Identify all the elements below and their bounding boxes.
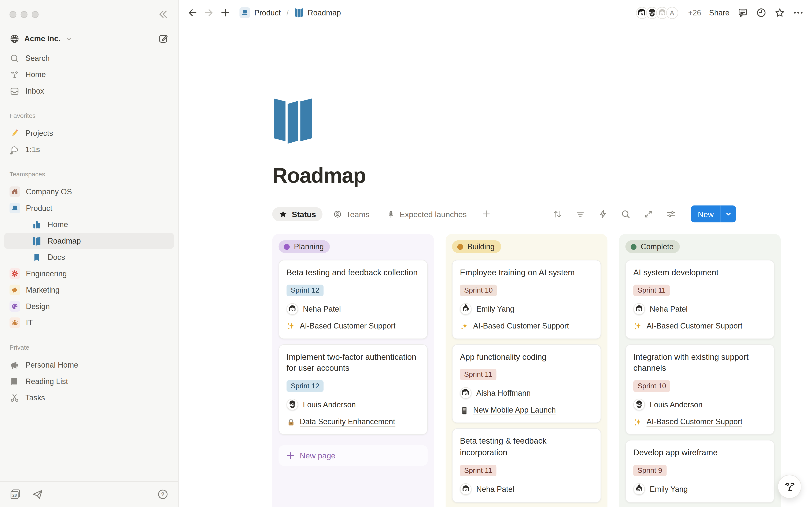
favorite-star-icon[interactable] — [774, 7, 785, 18]
sidebar-item-company-os[interactable]: Company OS — [4, 184, 174, 200]
column-name: Complete — [641, 242, 673, 251]
sidebar-item-inbox[interactable]: Inbox — [4, 83, 174, 99]
sidebar-item-engineering[interactable]: Engineering — [4, 266, 174, 282]
sidebar-item-search[interactable]: Search — [4, 50, 174, 66]
workspace-switcher[interactable]: Acme Inc. — [5, 31, 173, 47]
help-icon[interactable]: ? — [157, 489, 169, 500]
card[interactable]: Integration with existing support channe… — [625, 344, 774, 435]
breadcrumb-current[interactable]: Roadmap — [308, 8, 341, 17]
sprint-tag: Sprint 12 — [287, 380, 323, 392]
sidebar-item-design[interactable]: Design — [4, 298, 174, 314]
search-icon[interactable] — [621, 209, 631, 219]
filter-icon[interactable] — [575, 209, 585, 219]
sidebar-item-docs[interactable]: Docs — [4, 249, 174, 265]
map-icon — [295, 7, 304, 18]
automation-bolt-icon[interactable] — [598, 209, 608, 219]
sidebar-item-product[interactable]: Product — [4, 200, 174, 216]
window-zoom-button[interactable] — [32, 11, 39, 18]
svg-text:28: 28 — [12, 493, 17, 498]
window-close-button[interactable] — [9, 11, 16, 18]
back-icon[interactable] — [187, 7, 198, 18]
card-title: Implement two-factor authentication for … — [287, 351, 420, 374]
column-cards: AI system development Sprint 11 Neha Pat… — [625, 260, 774, 503]
home-face-icon — [9, 69, 20, 80]
comments-icon[interactable] — [738, 7, 748, 18]
related-page-link[interactable]: AI-Based Customer Support — [460, 322, 593, 331]
tab-label: Expected launches — [400, 209, 467, 218]
new-page-plus-icon[interactable] — [220, 7, 231, 18]
assignee-name: Neha Patel — [303, 304, 341, 313]
compose-icon[interactable] — [158, 34, 169, 44]
sprint-tag: Sprint 12 — [287, 285, 323, 296]
forward-icon[interactable] — [204, 7, 214, 18]
paper-plane-icon[interactable] — [32, 489, 43, 500]
sidebar-item-home[interactable]: Home — [4, 66, 174, 82]
column-complete: Complete AI system development Sprint 11… — [619, 234, 781, 507]
chart-bars-icon — [32, 220, 42, 230]
card[interactable]: Employee training on AI system Sprint 10… — [452, 260, 601, 339]
megaphone-icon — [9, 285, 20, 295]
card[interactable]: App functionality coding Sprint 11 Aisha… — [452, 344, 601, 423]
link-label: Data Security Enhancement — [300, 417, 395, 427]
sidebar-item-marketing[interactable]: Marketing — [4, 282, 174, 298]
sidebar-item-it[interactable]: IT — [4, 315, 174, 331]
related-page-link[interactable]: AI-Based Customer Support — [633, 417, 767, 427]
sparkles-icon — [460, 322, 469, 331]
card[interactable]: Beta testing & feedback incorporation Sp… — [452, 429, 601, 503]
column-status-pill[interactable]: Planning — [279, 240, 330, 253]
notion-ai-button[interactable] — [778, 475, 802, 499]
sidebar-item-product-home[interactable]: Home — [4, 217, 174, 232]
sidebar-collapse-icon[interactable] — [157, 8, 169, 20]
add-view-icon[interactable] — [481, 209, 491, 219]
sparkles-icon — [633, 322, 643, 331]
related-page-link[interactable]: AI-Based Customer Support — [633, 322, 767, 331]
expand-icon[interactable] — [643, 209, 653, 219]
sidebar-item-roadmap[interactable]: Roadmap — [4, 233, 174, 249]
card[interactable]: Develop app wireframe Sprint 9 Emily Yan… — [625, 440, 774, 503]
sidebar-item-projects[interactable]: Projects — [4, 125, 174, 141]
sidebar-item-personal-home[interactable]: Personal Home — [4, 357, 174, 373]
column-name: Planning — [294, 242, 324, 251]
sort-icon[interactable] — [552, 209, 562, 219]
chevron-down-icon[interactable] — [721, 206, 736, 222]
tab-status[interactable]: Status — [272, 207, 322, 221]
sidebar-item-1-1s[interactable]: 1:1s — [4, 142, 174, 157]
assignee-row: Aisha Hoffmann — [460, 387, 593, 399]
column-status-pill[interactable]: Complete — [625, 240, 680, 253]
history-clock-icon[interactable] — [756, 7, 767, 18]
card[interactable]: AI system development Sprint 11 Neha Pat… — [625, 260, 774, 339]
inbox-icon — [9, 86, 20, 96]
share-button[interactable]: Share — [709, 8, 729, 17]
sidebar-item-label: Tasks — [26, 393, 45, 403]
presence-avatars[interactable]: A — [635, 5, 679, 20]
avatar — [633, 483, 645, 495]
column-status-pill[interactable]: Building — [452, 240, 501, 253]
link-label: AI-Based Customer Support — [300, 322, 396, 331]
sidebar-item-tasks[interactable]: Tasks — [4, 390, 174, 406]
related-page-link[interactable]: AI-Based Customer Support — [287, 322, 420, 331]
related-page-link[interactable]: Data Security Enhancement — [287, 417, 420, 427]
presence-overflow-count[interactable]: +26 — [688, 8, 701, 17]
status-dot — [457, 244, 463, 250]
sidebar-item-label: 1:1s — [26, 144, 40, 155]
view-settings-icon[interactable] — [666, 209, 676, 219]
tab-teams[interactable]: Teams — [327, 207, 376, 221]
page-map-icon[interactable] — [272, 94, 314, 146]
breadcrumb-parent[interactable]: Product — [254, 8, 281, 17]
tab-expected-launches[interactable]: Expected launches — [380, 207, 473, 221]
page-title[interactable]: Roadmap — [272, 164, 812, 187]
calendar-icon[interactable]: 28 — [9, 489, 21, 500]
new-button[interactable]: New — [691, 206, 736, 222]
sprint-tag: Sprint 11 — [633, 285, 670, 296]
card[interactable]: Implement two-factor authentication for … — [279, 344, 428, 435]
sidebar-item-reading-list[interactable]: Reading List — [4, 374, 174, 389]
card[interactable]: Beta testing and feedback collection Spr… — [279, 260, 428, 339]
window-minimize-button[interactable] — [21, 11, 28, 18]
more-options-icon[interactable] — [793, 7, 804, 18]
assignee-row: Louis Anderson — [633, 399, 767, 410]
svg-text:?: ? — [161, 491, 164, 498]
new-page-button[interactable]: New page — [279, 445, 428, 466]
related-page-link[interactable]: New Mobile App Launch — [460, 406, 593, 415]
pencil-icon — [9, 128, 20, 138]
ai-face-icon — [783, 481, 796, 493]
